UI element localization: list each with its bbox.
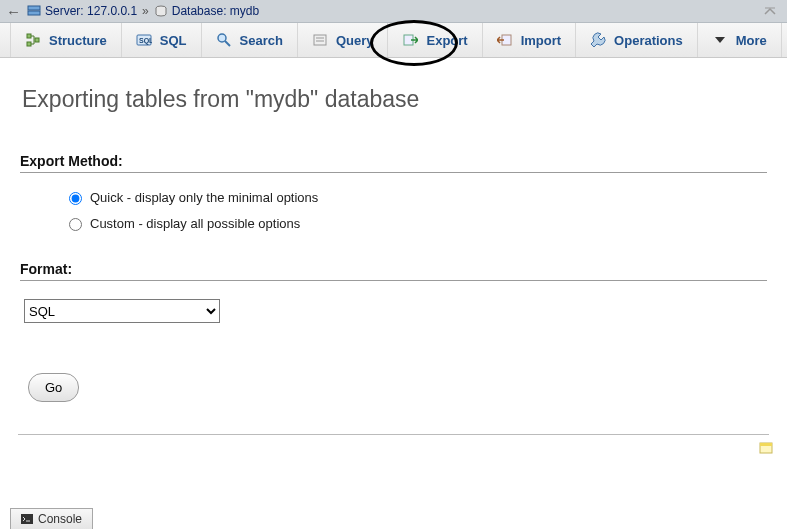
more-chevron-icon bbox=[712, 32, 728, 48]
breadcrumb-sep: » bbox=[142, 4, 149, 18]
format-select[interactable]: SQL bbox=[24, 299, 220, 323]
export-method-custom[interactable]: Custom - display all possible options bbox=[64, 215, 767, 231]
tab-strip: Structure SQL SQL Search Query Export Im… bbox=[0, 23, 787, 58]
tab-export-label: Export bbox=[426, 33, 467, 48]
query-icon bbox=[312, 32, 328, 48]
svg-rect-5 bbox=[27, 42, 31, 46]
tab-structure-label: Structure bbox=[49, 33, 107, 48]
tab-more-label: More bbox=[736, 33, 767, 48]
console-tab[interactable]: Console bbox=[10, 508, 93, 529]
export-method-quick[interactable]: Quick - display only the minimal options bbox=[64, 189, 767, 205]
tab-import[interactable]: Import bbox=[483, 23, 576, 57]
svg-text:SQL: SQL bbox=[139, 37, 152, 45]
go-button[interactable]: Go bbox=[28, 373, 79, 402]
search-icon bbox=[216, 32, 232, 48]
database-icon bbox=[154, 5, 168, 17]
tab-export[interactable]: Export bbox=[388, 23, 482, 57]
radio-quick[interactable] bbox=[69, 192, 82, 205]
tab-query-label: Query bbox=[336, 33, 374, 48]
export-icon bbox=[402, 32, 418, 48]
tab-sql-label: SQL bbox=[160, 33, 187, 48]
export-method-heading: Export Method: bbox=[20, 153, 767, 173]
main-content: Exporting tables from "mydb" database Ex… bbox=[0, 58, 787, 410]
svg-rect-18 bbox=[21, 514, 33, 524]
tab-import-label: Import bbox=[521, 33, 561, 48]
bookmark-icon[interactable] bbox=[759, 442, 773, 454]
tab-more[interactable]: More bbox=[698, 23, 782, 57]
breadcrumb-bar: ← Server: 127.0.0.1 » Database: mydb bbox=[0, 0, 787, 23]
svg-rect-6 bbox=[35, 38, 39, 42]
database-label: Database: bbox=[172, 4, 227, 18]
structure-icon bbox=[25, 32, 41, 48]
svg-rect-1 bbox=[28, 11, 40, 15]
svg-rect-17 bbox=[760, 443, 772, 446]
tab-operations-label: Operations bbox=[614, 33, 683, 48]
back-arrow-icon[interactable]: ← bbox=[6, 4, 21, 19]
operations-icon bbox=[590, 32, 606, 48]
page-title: Exporting tables from "mydb" database bbox=[22, 86, 767, 113]
sql-icon: SQL bbox=[136, 32, 152, 48]
server-icon bbox=[27, 5, 41, 17]
tab-structure[interactable]: Structure bbox=[10, 23, 122, 57]
svg-rect-0 bbox=[28, 6, 40, 10]
bottom-divider bbox=[18, 434, 769, 435]
server-label: Server: bbox=[45, 4, 84, 18]
format-heading: Format: bbox=[20, 261, 767, 281]
svg-rect-4 bbox=[27, 34, 31, 38]
radio-quick-label: Quick - display only the minimal options bbox=[90, 190, 318, 205]
radio-custom[interactable] bbox=[69, 218, 82, 231]
console-label: Console bbox=[38, 512, 82, 526]
tab-operations[interactable]: Operations bbox=[576, 23, 698, 57]
collapse-icon[interactable] bbox=[763, 4, 783, 19]
import-icon bbox=[497, 32, 513, 48]
database-value[interactable]: mydb bbox=[230, 4, 259, 18]
tab-sql[interactable]: SQL SQL bbox=[122, 23, 202, 57]
server-value[interactable]: 127.0.0.1 bbox=[87, 4, 137, 18]
tab-search[interactable]: Search bbox=[202, 23, 298, 57]
console-icon bbox=[21, 514, 33, 524]
svg-line-10 bbox=[225, 41, 230, 46]
radio-custom-label: Custom - display all possible options bbox=[90, 216, 300, 231]
tab-search-label: Search bbox=[240, 33, 283, 48]
tab-query[interactable]: Query bbox=[298, 23, 389, 57]
svg-rect-11 bbox=[314, 35, 326, 45]
svg-point-9 bbox=[218, 34, 226, 42]
